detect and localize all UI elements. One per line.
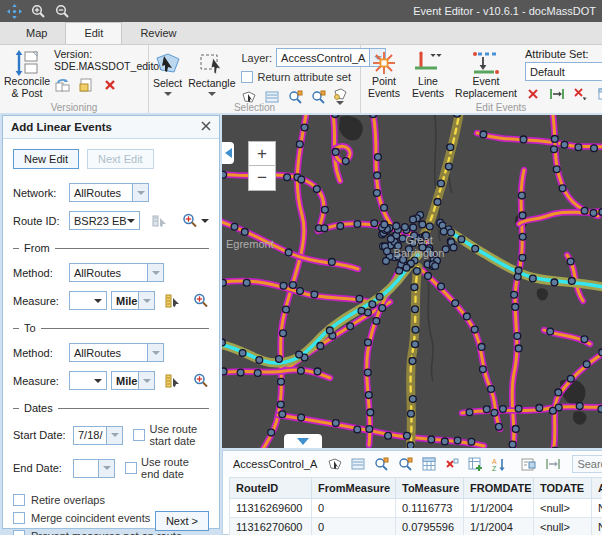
from-measure-label: Measure: [13,295,65,307]
col-routeid[interactable]: RouteID [230,478,312,499]
table-toolbar: AccessControl_A [223,451,602,477]
to-units-combo[interactable]: Miles [111,371,155,390]
delete-event-icon[interactable] [525,86,541,102]
network-combo[interactable]: AllRoutes [69,183,149,202]
table-show-selected-icon[interactable] [351,456,365,472]
tab-map[interactable]: Map [8,23,65,44]
reconcile-post-icon [14,50,40,76]
zoom-out-icon[interactable] [54,3,70,19]
col-access[interactable]: AC [592,478,602,499]
dates-section-label: Dates [24,402,53,414]
rectangle-tool-button[interactable]: Rectangle [188,48,235,105]
retire-overlaps-checkbox[interactable] [13,494,25,506]
table-pan-to-row-icon[interactable] [398,456,413,472]
use-route-end-date-checkbox[interactable] [125,462,137,474]
route-zoom-tool[interactable] [182,213,209,228]
prevent-measures-checkbox[interactable] [13,530,25,535]
table-field-calculator-icon[interactable] [422,456,436,472]
point-events-button[interactable]: Point Events [365,48,403,102]
from-measure-on-map-icon[interactable] [165,293,181,309]
window-title: Event Editor - v10.6.1 - docMassDOT [413,5,596,17]
from-method-combo-arrow[interactable] [148,263,164,282]
attribute-set-combo[interactable]: Default [525,62,602,81]
pan-icon[interactable] [6,3,22,19]
route-zoom-dropdown-icon[interactable] [201,219,209,223]
chevron-down-icon [297,438,309,445]
map-zoom-in-button[interactable]: + [248,141,276,166]
col-fromdate[interactable]: FROMDATE [464,478,534,499]
new-edit-button[interactable]: New Edit [13,149,79,169]
select-dropdown-icon[interactable] [164,92,172,96]
table-zoom-to-row-icon[interactable] [374,456,389,472]
merge-coincident-checkbox[interactable] [13,512,25,524]
table-clear-selection-icon[interactable] [445,456,459,472]
route-id-dropdown-icon[interactable] [127,219,135,223]
to-zoom-icon[interactable] [193,373,209,389]
zoom-in-icon[interactable] [30,3,46,19]
town-label-great: Great [405,234,433,246]
col-frommeasure[interactable]: FromMeasure [312,478,396,499]
tab-edit[interactable]: Edit [65,22,122,44]
use-route-start-date-checkbox[interactable] [133,429,145,441]
ribbon-tabs: Map Edit Review [0,22,602,45]
col-todate[interactable]: TODATE [534,478,592,499]
move-event-icon[interactable] [549,86,565,102]
end-date-arrow[interactable] [99,459,115,478]
svg-text:A: A [492,458,497,465]
to-units-combo-arrow[interactable] [139,371,155,390]
table-sort-icon[interactable]: A Z [492,456,506,472]
return-attribute-set-checkbox[interactable] [241,71,253,83]
select-tool-button[interactable]: Select [153,48,182,105]
to-method-combo[interactable]: AllRoutes [69,343,164,362]
to-measure-combo[interactable] [69,371,107,390]
table-search-input[interactable] [572,455,602,473]
collapse-table-button[interactable] [284,434,322,448]
network-combo-arrow[interactable] [133,183,149,202]
table-move-measure-icon[interactable] [545,456,561,472]
route-id-combo[interactable]: BSR23 EB [69,211,140,230]
map-view[interactable]: Egremont Great Barrington + − [222,115,602,448]
town-label-barrington: Barrington [394,247,445,259]
end-date-input[interactable] [73,459,115,478]
to-section-label: To [24,322,36,334]
tab-review[interactable]: Review [122,23,194,44]
col-tomeasure[interactable]: ToMeasure [396,478,464,499]
next-edit-button: Next Edit [87,149,154,169]
start-date-arrow[interactable] [107,426,123,445]
table-add-record-icon[interactable] [468,456,483,472]
table-select-shape-icon[interactable] [328,456,342,472]
event-replacement-button[interactable]: Event Replacement [453,48,519,102]
rectangle-dropdown-icon[interactable] [208,92,216,96]
split-event-icon[interactable] [573,86,589,102]
event-attributes-window-icon[interactable] [597,86,602,102]
table-row[interactable]: 11316269600 0 0.1116773 1/1/2004 <null> … [230,499,602,518]
from-measure-dropdown-icon[interactable] [94,299,102,303]
collapse-left-panel-button[interactable] [222,142,234,164]
reconcile-post-button[interactable]: Reconcile & Post [4,48,50,99]
next-button[interactable]: Next > [155,511,209,531]
delete-version-icon[interactable] [102,77,118,93]
map-zoom-out-button[interactable]: − [248,166,276,191]
from-units-combo-arrow[interactable] [139,291,155,310]
to-measure-on-map-icon[interactable] [165,373,181,389]
from-method-combo[interactable]: AllRoutes [69,263,164,282]
from-measure-combo[interactable] [69,291,107,310]
to-measure-dropdown-icon[interactable] [94,379,102,383]
map-canvas[interactable]: Egremont Great Barrington [222,115,602,448]
select-route-on-map-icon[interactable] [152,213,168,229]
line-events-button[interactable]: Line Events [409,48,447,102]
route-id-label: Route ID: [13,215,65,227]
refresh-version-icon[interactable] [54,77,70,93]
magnifier-icon [182,213,198,228]
table-attributes-icon[interactable] [521,456,536,472]
from-units-combo[interactable]: Miles [111,291,155,310]
table-row[interactable]: 11316270600 0 0.0795596 1/1/2004 <null> … [230,518,602,535]
event-replacement-icon [470,50,502,76]
new-version-icon[interactable] [78,77,94,93]
to-method-combo-arrow[interactable] [148,343,164,362]
point-events-icon [371,50,397,76]
events-table: RouteID FromMeasure ToMeasure FROMDATE T… [229,477,602,535]
from-zoom-icon[interactable] [193,293,209,309]
start-date-input[interactable]: 7/18/ [73,426,123,445]
close-icon[interactable] [201,121,211,133]
